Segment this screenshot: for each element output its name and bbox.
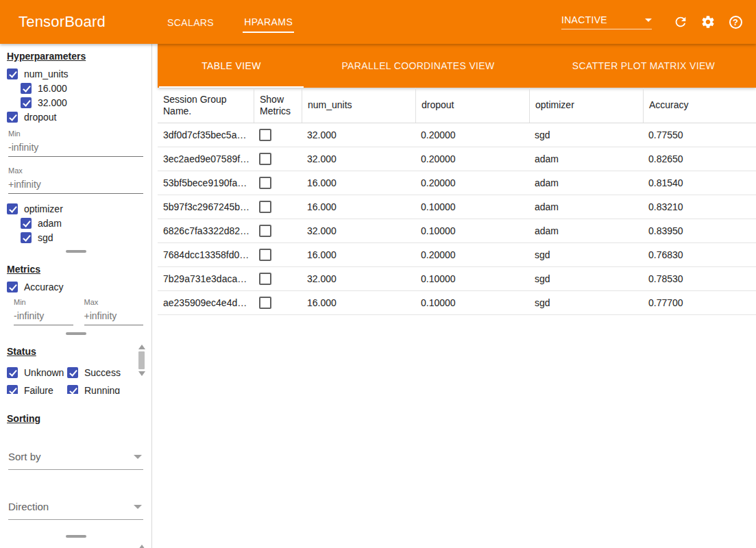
metric-min-input[interactable]: -infinity bbox=[14, 308, 73, 325]
hparam-label: optimizer bbox=[24, 203, 63, 214]
dropout-max-field: Max +infinity bbox=[8, 166, 143, 194]
metrics-heading: Metrics bbox=[7, 264, 145, 275]
hparam-value-adam[interactable]: adam bbox=[21, 218, 145, 229]
col-dropout: dropout bbox=[415, 88, 529, 123]
hparam-value-sgd[interactable]: sgd bbox=[21, 232, 145, 243]
num-units-value: 16.000 bbox=[302, 195, 415, 219]
hparam-optimizer[interactable]: optimizer bbox=[7, 203, 145, 214]
sidebar-main-gap bbox=[152, 44, 158, 548]
hparam-dropout[interactable]: dropout bbox=[7, 112, 145, 123]
session-groups-table: Session Group Name. Show Metrics num_uni… bbox=[158, 88, 756, 315]
checkbox-checked-icon bbox=[67, 367, 78, 378]
hparam-label: num_units bbox=[24, 68, 69, 79]
metric-max-input[interactable]: +infinity bbox=[84, 308, 144, 325]
table-row: 53bf5bece9190fa… 16.000 0.20000 adam 0.8… bbox=[158, 171, 756, 195]
tab-parallel-coordinates-view[interactable]: PARALLEL COORDINATES VIEW bbox=[305, 44, 531, 88]
checkbox-checked-icon bbox=[7, 385, 18, 394]
show-metrics-checkbox[interactable] bbox=[259, 249, 271, 261]
table-row: 7b29a731e3daca… 32.000 0.10000 sgd 0.785… bbox=[158, 267, 756, 291]
optimizer-value: adam bbox=[529, 195, 643, 219]
reload-interval-value: INACTIVE bbox=[561, 14, 607, 25]
hparam-value-label: sgd bbox=[38, 232, 53, 243]
session-group-name: 6826c7fa3322d82… bbox=[158, 219, 254, 242]
hparams-sidebar: Hyperparameters num_units 16.000 32.000 … bbox=[0, 44, 152, 548]
direction-select[interactable]: Direction bbox=[8, 495, 143, 520]
session-group-name: 5b97f3c2967245b… bbox=[158, 195, 254, 219]
table-row: 3ec2aed9e07589f… 32.000 0.20000 adam 0.8… bbox=[158, 147, 756, 171]
status-scrollbar[interactable] bbox=[137, 345, 146, 376]
show-metrics-checkbox[interactable] bbox=[259, 225, 271, 237]
num-units-value: 32.000 bbox=[302, 147, 415, 171]
hparam-value-label: adam bbox=[38, 218, 62, 229]
reload-interval-select[interactable]: INACTIVE bbox=[561, 14, 652, 29]
table-row: 7684dcc13358fd0… 16.000 0.20000 sgd 0.76… bbox=[158, 243, 756, 267]
show-metrics-checkbox[interactable] bbox=[259, 153, 271, 165]
sorting-heading: Sorting bbox=[7, 413, 145, 424]
accuracy-value: 0.78530 bbox=[643, 267, 756, 290]
hparam-num-units[interactable]: num_units bbox=[7, 68, 145, 79]
tab-hparams[interactable]: HPARAMS bbox=[243, 11, 294, 33]
header-actions: INACTIVE ? bbox=[561, 14, 744, 30]
accuracy-value: 0.83210 bbox=[643, 195, 756, 219]
optimizer-value: sgd bbox=[529, 291, 643, 314]
checkbox-checked-icon bbox=[7, 282, 18, 292]
dropout-value: 0.20000 bbox=[415, 123, 529, 147]
tab-table-view[interactable]: TABLE VIEW bbox=[158, 44, 305, 88]
accuracy-value: 0.82650 bbox=[643, 147, 756, 171]
checkbox-checked-icon bbox=[21, 97, 32, 108]
paging-scrollbar[interactable] bbox=[137, 545, 146, 548]
dropdown-arrow-icon bbox=[134, 505, 142, 509]
hparam-value-label: 16.000 bbox=[38, 83, 67, 94]
col-num-units: num_units bbox=[302, 88, 415, 123]
tensorboard-app: TensorBoard SCALARS HPARAMS INACTIVE ? bbox=[0, 0, 756, 548]
session-group-name: 3df0d7cf35bec5a… bbox=[158, 123, 254, 147]
dropout-value: 0.10000 bbox=[415, 195, 529, 219]
min-input[interactable]: -infinity bbox=[8, 140, 143, 157]
hparam-value-16[interactable]: 16.000 bbox=[21, 83, 145, 94]
col-show-metrics: Show Metrics bbox=[254, 88, 302, 123]
show-metrics-checkbox[interactable] bbox=[259, 129, 271, 141]
status-option-failure[interactable]: Failure bbox=[7, 385, 67, 394]
scroll-up-icon[interactable] bbox=[138, 545, 145, 548]
checkbox-checked-icon bbox=[7, 68, 18, 79]
num-units-value: 32.000 bbox=[302, 219, 415, 242]
accuracy-value: 0.77550 bbox=[643, 123, 756, 147]
session-group-name: 7684dcc13358fd0… bbox=[158, 243, 254, 266]
scroll-thumb[interactable] bbox=[138, 351, 145, 369]
scroll-down-icon[interactable] bbox=[138, 371, 145, 376]
status-heading: Status bbox=[7, 346, 145, 357]
section-resize-handle[interactable] bbox=[66, 535, 86, 538]
table-row: ae235909ec4e4d… 16.000 0.10000 sgd 0.777… bbox=[158, 291, 756, 315]
section-resize-handle[interactable] bbox=[66, 332, 86, 335]
settings-icon[interactable] bbox=[700, 14, 716, 30]
section-resize-handle[interactable] bbox=[66, 250, 86, 253]
status-option-running[interactable]: Running bbox=[67, 385, 132, 394]
optimizer-value: adam bbox=[529, 147, 643, 171]
hparam-value-32[interactable]: 32.000 bbox=[21, 97, 145, 108]
direction-value: Direction bbox=[8, 501, 49, 512]
show-metrics-checkbox[interactable] bbox=[259, 297, 271, 309]
metric-accuracy[interactable]: Accuracy bbox=[7, 282, 145, 292]
show-metrics-checkbox[interactable] bbox=[259, 273, 271, 285]
refresh-icon[interactable] bbox=[672, 14, 689, 30]
status-label: Running bbox=[84, 385, 120, 394]
tab-scalars[interactable]: SCALARS bbox=[166, 12, 215, 32]
status-option-success[interactable]: Success bbox=[67, 367, 132, 378]
num-units-value: 32.000 bbox=[302, 267, 415, 290]
tab-scatter-plot-matrix-view[interactable]: SCATTER PLOT MATRIX VIEW bbox=[531, 44, 756, 88]
scroll-up-icon[interactable] bbox=[138, 345, 145, 349]
min-label: Min bbox=[14, 298, 73, 306]
show-metrics-checkbox[interactable] bbox=[259, 201, 271, 213]
max-label: Max bbox=[8, 166, 143, 175]
status-option-unknown[interactable]: Unknown bbox=[7, 367, 67, 378]
optimizer-value: adam bbox=[529, 219, 643, 242]
num-units-value: 32.000 bbox=[302, 123, 415, 147]
show-metrics-checkbox[interactable] bbox=[259, 177, 271, 189]
table-header-row: Session Group Name. Show Metrics num_uni… bbox=[158, 88, 756, 123]
accuracy-value: 0.76830 bbox=[643, 243, 756, 266]
help-icon[interactable]: ? bbox=[727, 14, 744, 30]
metric-label: Accuracy bbox=[24, 282, 64, 292]
sort-by-select[interactable]: Sort by bbox=[8, 445, 143, 470]
max-input[interactable]: +infinity bbox=[8, 177, 143, 194]
section-sorting: Sorting Sort by Direction bbox=[0, 406, 151, 542]
